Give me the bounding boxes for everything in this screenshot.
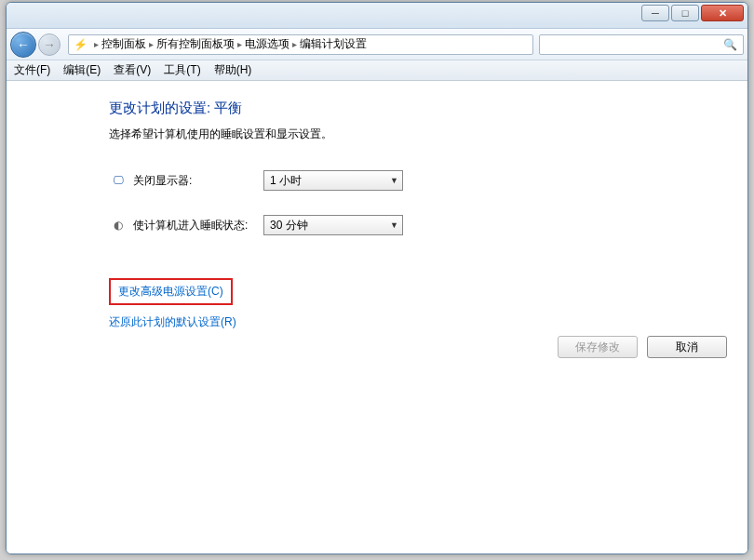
menu-view[interactable]: 查看(V) xyxy=(114,62,151,78)
breadcrumb-item[interactable]: 电源选项 xyxy=(245,36,289,52)
search-icon: 🔍 xyxy=(723,38,737,51)
save-button: 保存修改 xyxy=(558,336,638,358)
search-box[interactable]: 🔍 xyxy=(539,34,744,55)
sleep-label: 使计算机进入睡眠状态: xyxy=(133,218,263,233)
breadcrumb-item[interactable]: 控制面板 xyxy=(101,36,146,52)
display-off-dropdown[interactable]: 1 小时 ▼ xyxy=(263,170,403,191)
breadcrumb-sep-icon: ▸ xyxy=(149,39,154,49)
breadcrumb-sep-icon: ▸ xyxy=(237,39,242,49)
menu-bar: 文件(F) 编辑(E) 查看(V) 工具(T) 帮助(H) xyxy=(7,60,747,81)
address-bar[interactable]: ⚡ ▸ 控制面板 ▸ 所有控制面板项 ▸ 电源选项 ▸ 编辑计划设置 xyxy=(68,34,533,55)
nav-buttons: ← → xyxy=(10,32,62,58)
nav-row: ← → ⚡ ▸ 控制面板 ▸ 所有控制面板项 ▸ 电源选项 ▸ 编辑计划设置 🔍 xyxy=(7,29,747,60)
cancel-button[interactable]: 取消 xyxy=(647,336,727,358)
minimize-button[interactable]: ─ xyxy=(641,5,669,21)
breadcrumb-sep-icon: ▸ xyxy=(292,39,297,49)
chevron-down-icon: ▼ xyxy=(390,176,398,185)
page-title: 更改计划的设置: 平衡 xyxy=(109,100,729,117)
sleep-icon: ◐ xyxy=(109,216,128,234)
menu-edit[interactable]: 编辑(E) xyxy=(63,62,101,78)
display-off-row: 🖵 关闭显示器: 1 小时 ▼ xyxy=(109,170,729,191)
menu-help[interactable]: 帮助(H) xyxy=(214,62,252,78)
back-button[interactable]: ← xyxy=(10,32,36,58)
control-panel-icon: ⚡ xyxy=(73,37,88,52)
page-subtext: 选择希望计算机使用的睡眠设置和显示设置。 xyxy=(109,127,729,142)
sleep-row: ◐ 使计算机进入睡眠状态: 30 分钟 ▼ xyxy=(109,215,729,235)
menu-tools[interactable]: 工具(T) xyxy=(164,62,200,78)
window: ─ □ ✕ ← → ⚡ ▸ 控制面板 ▸ 所有控制面板项 ▸ 电源选项 ▸ 编辑… xyxy=(6,2,748,554)
close-button[interactable]: ✕ xyxy=(701,5,744,21)
forward-button[interactable]: → xyxy=(38,33,61,56)
highlight-annotation: 更改高级电源设置(C) xyxy=(109,278,233,305)
display-off-value: 1 小时 xyxy=(270,173,302,189)
sleep-value: 30 分钟 xyxy=(270,218,308,233)
restore-defaults-link[interactable]: 还原此计划的默认设置(R) xyxy=(109,314,236,330)
content-area: 更改计划的设置: 平衡 选择希望计算机使用的睡眠设置和显示设置。 🖵 关闭显示器… xyxy=(7,81,747,553)
advanced-power-settings-link[interactable]: 更改高级电源设置(C) xyxy=(118,284,223,300)
breadcrumb-sep-icon: ▸ xyxy=(94,39,99,49)
menu-file[interactable]: 文件(F) xyxy=(14,62,50,78)
chevron-down-icon: ▼ xyxy=(390,220,398,230)
footer-buttons: 保存修改 取消 xyxy=(558,336,727,358)
titlebar: ─ □ ✕ xyxy=(7,3,747,29)
sleep-dropdown[interactable]: 30 分钟 ▼ xyxy=(263,215,403,235)
breadcrumb-item[interactable]: 所有控制面板项 xyxy=(156,36,235,52)
maximize-button[interactable]: □ xyxy=(671,5,699,21)
breadcrumb-item: 编辑计划设置 xyxy=(300,36,367,52)
display-icon: 🖵 xyxy=(109,171,128,190)
display-off-label: 关闭显示器: xyxy=(133,173,263,189)
